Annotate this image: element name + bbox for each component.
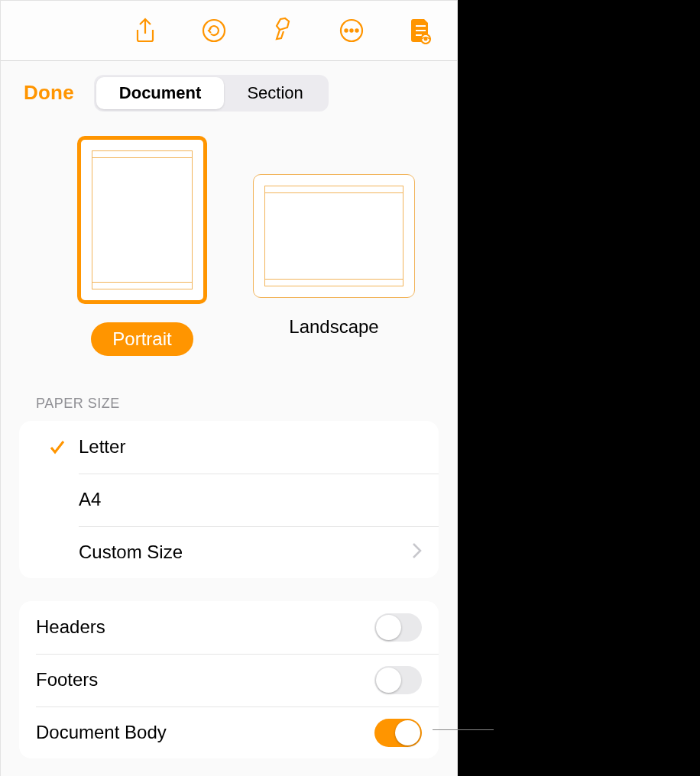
svg-point-4 <box>355 29 358 31</box>
headers-row: Headers <box>19 601 439 654</box>
tab-segmented-control[interactable]: Document Section <box>94 75 329 112</box>
undo-icon[interactable] <box>199 15 229 46</box>
headers-toggle[interactable] <box>374 613 422 642</box>
tab-section[interactable]: Section <box>224 77 326 109</box>
more-icon[interactable] <box>336 15 367 46</box>
document-body-label: Document Body <box>36 722 374 743</box>
paper-size-label: Letter <box>79 436 422 458</box>
orientation-landscape-label[interactable]: Landscape <box>289 316 378 338</box>
footers-toggle[interactable] <box>374 666 422 694</box>
done-button[interactable]: Done <box>24 81 74 105</box>
callout-line <box>433 729 494 730</box>
chevron-right-icon <box>411 542 422 562</box>
document-inspector-icon[interactable] <box>405 15 436 46</box>
inspector-header: Done Document Section <box>1 61 457 128</box>
paper-size-letter[interactable]: Letter <box>19 421 439 474</box>
orientation-chooser: Portrait Landscape <box>1 128 457 367</box>
footers-row: Footers <box>19 654 439 706</box>
checkmark-icon <box>36 438 79 456</box>
toolbar <box>1 1 457 61</box>
paper-size-label: Custom Size <box>79 542 411 563</box>
svg-point-2 <box>345 29 347 31</box>
svg-point-3 <box>350 29 352 31</box>
paper-size-heading: PAPER SIZE <box>1 367 457 416</box>
document-body-toggle[interactable] <box>374 719 422 747</box>
tab-document[interactable]: Document <box>96 77 225 109</box>
document-body-row: Document Body <box>19 706 439 758</box>
format-brush-icon[interactable] <box>267 15 298 46</box>
headers-label: Headers <box>36 616 374 638</box>
svg-point-0 <box>203 20 225 41</box>
share-icon[interactable] <box>130 15 160 46</box>
orientation-portrait-thumb[interactable] <box>77 136 207 304</box>
document-switches: Headers Footers Document Body <box>19 601 439 758</box>
footers-label: Footers <box>36 669 374 690</box>
paper-size-list: Letter A4 Custom Size <box>19 421 439 578</box>
paper-size-custom[interactable]: Custom Size <box>19 526 439 578</box>
paper-size-a4[interactable]: A4 <box>19 474 439 526</box>
paper-size-label: A4 <box>79 489 422 510</box>
orientation-landscape-thumb[interactable] <box>253 174 415 298</box>
orientation-portrait-label[interactable]: Portrait <box>91 322 193 356</box>
